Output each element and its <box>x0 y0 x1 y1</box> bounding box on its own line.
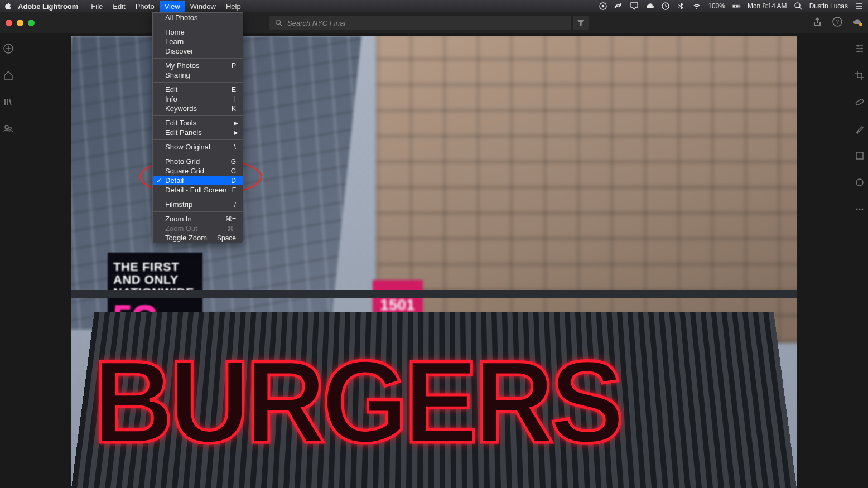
sharing-nav[interactable] <box>3 124 13 136</box>
view-menu-item[interactable]: Edit Panels▶ <box>153 128 243 137</box>
view-menu-item[interactable]: All Photos <box>153 13 243 22</box>
crop-icon <box>855 70 865 80</box>
menu-item-shortcut: K <box>232 105 236 113</box>
cloud-icon[interactable] <box>645 2 654 11</box>
my-photos-nav[interactable] <box>3 97 13 109</box>
brush-tool-button[interactable] <box>855 124 865 136</box>
add-photos-button[interactable] <box>3 44 13 56</box>
edit-panel-button[interactable] <box>855 44 865 56</box>
view-menu-item[interactable]: Sharing <box>153 70 243 80</box>
battery-percent: 100% <box>708 2 725 10</box>
menu-item-label: Zoom In <box>165 215 192 223</box>
menu-item-label: Edit <box>165 85 177 94</box>
search-input[interactable]: Search NYC Final <box>269 16 571 30</box>
view-menu-item[interactable]: Home <box>153 27 243 37</box>
svg-point-15 <box>860 47 862 49</box>
funnel-icon <box>577 19 585 27</box>
circle-icon <box>855 177 865 187</box>
menu-edit[interactable]: Edit <box>108 1 130 12</box>
billboard-line2: AND ONLY <box>113 273 197 286</box>
menu-photo[interactable]: Photo <box>131 1 160 12</box>
view-menu-item[interactable]: Edit Tools▶ <box>153 118 243 128</box>
home-icon <box>3 70 13 80</box>
cc-status-icon[interactable] <box>599 2 607 11</box>
help-button[interactable]: ? <box>832 17 842 29</box>
bandaid-icon <box>855 97 865 107</box>
view-menu-item[interactable]: Detail - Full ScreenF <box>153 185 243 195</box>
view-menu-item[interactable]: My PhotosP <box>153 61 243 70</box>
menu-item-label: Learn <box>165 37 184 46</box>
view-menu-item[interactable]: Toggle ZoomSpace <box>153 233 243 243</box>
timemachine-icon[interactable] <box>661 2 670 11</box>
healing-tool-button[interactable] <box>855 97 865 109</box>
app-name[interactable]: Adobe Lightroom <box>18 2 78 11</box>
menu-item-shortcut: ⌘- <box>227 225 236 233</box>
battery-icon[interactable] <box>732 2 741 11</box>
photo-neon-sign: BURGERS <box>93 334 797 470</box>
menu-item-label: Edit Panels <box>165 128 202 137</box>
share-button[interactable] <box>812 17 822 29</box>
view-menu-item[interactable]: ✓DetailD <box>153 176 243 185</box>
filter-button[interactable] <box>573 16 589 30</box>
menu-item-shortcut: F <box>232 186 236 194</box>
view-menu-item[interactable]: Photo GridG <box>153 157 243 166</box>
left-rail <box>0 33 17 488</box>
menu-file[interactable]: File <box>86 1 108 12</box>
right-rail <box>851 33 868 488</box>
airplay-icon[interactable] <box>630 2 639 11</box>
menu-view[interactable]: View <box>160 1 185 12</box>
view-menu-item[interactable]: Square GridG <box>153 166 243 176</box>
window-minimize-button[interactable] <box>17 20 23 26</box>
view-menu-item[interactable]: KeywordsK <box>153 104 243 113</box>
menu-item-shortcut: G <box>231 158 236 166</box>
window-close-button[interactable] <box>6 20 12 26</box>
menu-separator <box>153 197 243 197</box>
apple-menu-icon[interactable] <box>4 2 12 10</box>
menu-item-label: My Photos <box>165 61 199 70</box>
menubar-clock[interactable]: Mon 8:14 AM <box>748 2 787 10</box>
menu-help[interactable]: Help <box>221 1 246 12</box>
view-menu-item[interactable]: InfoI <box>153 94 243 104</box>
menu-item-shortcut: \ <box>234 143 236 151</box>
toolbar-right: ? <box>812 17 862 29</box>
view-menu-item[interactable]: EditE <box>153 85 243 94</box>
view-menu-item[interactable]: Learn <box>153 37 243 46</box>
menu-window[interactable]: Window <box>185 1 221 12</box>
menu-item-label: Zoom Out <box>165 224 197 233</box>
neon-text: BURGERS <box>93 344 620 461</box>
square-icon <box>855 151 865 161</box>
menu-separator <box>153 25 243 25</box>
menu-item-shortcut: D <box>231 177 236 185</box>
svg-point-21 <box>859 209 861 210</box>
sync-status-icon[interactable] <box>614 2 623 11</box>
bluetooth-icon[interactable] <box>677 2 686 11</box>
menubar-status-area: 100% Mon 8:14 AM Dustin Lucas <box>599 2 864 11</box>
spotlight-icon[interactable] <box>794 2 803 11</box>
photo-canvas[interactable]: THE FIRST AND ONLY NATIONWIDE 5G 1501 BU… <box>17 33 851 488</box>
menubar-user[interactable]: Dustin Lucas <box>809 2 848 10</box>
linear-gradient-button[interactable] <box>855 151 865 163</box>
more-tools-button[interactable] <box>855 204 865 216</box>
view-menu-item[interactable]: Zoom In⌘= <box>153 214 243 224</box>
menu-item-label: Home <box>165 28 185 36</box>
search-icon <box>275 19 283 27</box>
view-menu-item[interactable]: Filmstrip/ <box>153 200 243 209</box>
control-center-icon[interactable] <box>855 2 864 11</box>
radial-gradient-button[interactable] <box>855 177 865 190</box>
svg-point-12 <box>5 125 8 129</box>
window-controls <box>6 20 35 26</box>
window-zoom-button[interactable] <box>28 20 35 26</box>
home-nav[interactable] <box>3 70 13 83</box>
people-icon <box>3 124 13 134</box>
menu-item-label: Square Grid <box>165 167 204 175</box>
menu-separator <box>153 154 243 154</box>
view-menu-item[interactable]: Show Original\ <box>153 142 243 152</box>
menu-item-shortcut: Space <box>217 234 236 242</box>
menu-separator <box>153 82 243 83</box>
cloud-sync-status[interactable] <box>852 17 862 29</box>
menu-item-label: Photo Grid <box>165 157 200 166</box>
wifi-icon[interactable] <box>692 2 701 11</box>
view-menu-item[interactable]: Discover <box>153 46 243 56</box>
menu-item-shortcut: G <box>231 167 236 175</box>
crop-tool-button[interactable] <box>855 70 865 83</box>
